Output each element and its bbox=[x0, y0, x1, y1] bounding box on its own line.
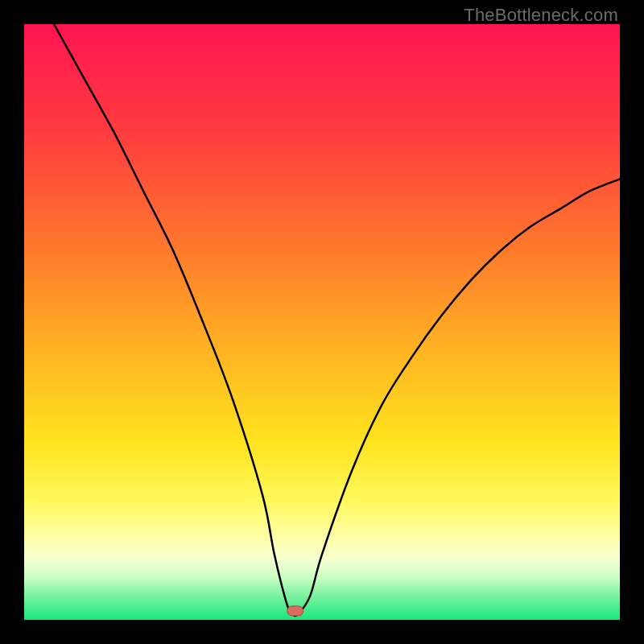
optimal-point-marker bbox=[287, 606, 303, 616]
gradient-background bbox=[24, 24, 620, 620]
chart-frame: TheBottleneck.com bbox=[0, 0, 644, 644]
bottleneck-chart bbox=[24, 24, 620, 620]
plot-area bbox=[24, 24, 620, 620]
watermark-text: TheBottleneck.com bbox=[464, 5, 618, 26]
